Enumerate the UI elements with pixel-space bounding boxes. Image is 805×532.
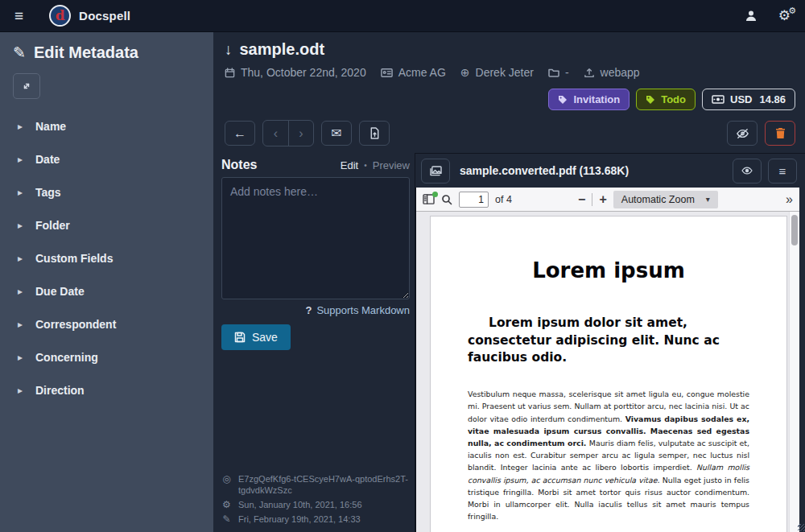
sidebar-item-direction[interactable]: ▸Direction <box>13 377 200 403</box>
item-title: sample.odt <box>240 40 325 59</box>
zoom-out-icon[interactable]: − <box>578 192 585 207</box>
item-concerning: ⊕ Derek Jeter <box>460 66 534 79</box>
tag-icon <box>646 95 655 105</box>
resize-handle[interactable] <box>798 524 805 531</box>
item-updated: Fri, February 19th, 2021, 14:33 <box>238 513 361 526</box>
previous-item-button[interactable]: ‹ <box>263 121 288 146</box>
back-button[interactable]: ← <box>225 121 255 146</box>
attachment-filename: sample.converted.pdf (113.68K) <box>460 164 629 177</box>
expand-arrows-icon <box>21 80 32 92</box>
pdf-toolbar: of 4 − + Automatic Zoom ▾ » <box>416 188 799 212</box>
notes-textarea[interactable] <box>221 177 410 299</box>
sidebar-item-tags[interactable]: ▸Tags <box>13 179 200 205</box>
pdf-more-tools-icon[interactable]: » <box>786 192 793 207</box>
tag-badge-invitation[interactable]: Invitation <box>548 89 630 110</box>
notes-edit-link[interactable]: Edit <box>341 159 358 171</box>
item-badges: Invitation Todo USD 14.86 <box>225 89 795 110</box>
zoom-in-icon[interactable]: + <box>599 192 606 207</box>
pdf-page-count: of 4 <box>495 194 512 205</box>
scrollbar-thumb[interactable] <box>791 215 798 245</box>
notification-dot <box>432 192 438 197</box>
sidebar-item-name[interactable]: ▸Name <box>13 113 200 139</box>
money-bill-icon <box>712 95 724 104</box>
chevron-right-icon: ▸ <box>18 319 24 330</box>
trash-icon <box>775 127 786 139</box>
pdf-subtitle: Lorem ipsum dolor sit amet, consectetur … <box>468 315 749 367</box>
unconfirm-button[interactable] <box>727 121 758 146</box>
sidebar-item-correspondent[interactable]: ▸Correspondent <box>13 311 200 337</box>
pager-button-group: ‹ › <box>262 120 314 146</box>
metadata-sections: ▸Name ▸Date ▸Tags ▸Folder ▸Custom Fields… <box>13 113 200 410</box>
add-files-button[interactable] <box>359 121 390 146</box>
expand-sidebar-button[interactable] <box>13 73 40 99</box>
tag-icon <box>558 95 568 105</box>
markdown-hint-link[interactable]: ? Supports Markdown <box>221 304 410 316</box>
attachment-menu-button[interactable]: ≡ <box>768 159 797 184</box>
sidebar-item-label: Folder <box>35 219 70 232</box>
attachment-view-button[interactable] <box>733 159 762 184</box>
pdf-title: Lorem ipsum <box>468 258 749 282</box>
sidebar-item-label: Concerning <box>35 351 98 364</box>
settings-gears-icon[interactable]: ⚙ ⚙ <box>778 9 791 23</box>
save-button[interactable]: Save <box>221 324 291 350</box>
delete-button[interactable] <box>765 121 795 146</box>
menu-icon[interactable]: ≡ <box>14 8 23 23</box>
bars-icon: ≡ <box>779 164 786 178</box>
pdf-scrollbar[interactable] <box>789 212 799 532</box>
sidebar-item-custom-fields[interactable]: ▸Custom Fields <box>13 245 200 271</box>
pencil-icon: ✎ <box>221 513 232 525</box>
notes-panel: Notes Edit • Preview ? Supports Markdown <box>213 153 415 532</box>
pdf-page: Lorem ipsum Lorem ipsum dolor sit amet, … <box>430 216 787 532</box>
chevron-right-icon: ▸ <box>18 385 24 396</box>
caret-left-icon: ‹ <box>274 126 278 141</box>
envelope-icon: ✉ <box>331 126 341 141</box>
docspell-logo[interactable]: d <box>49 5 71 27</box>
tag-badge-todo[interactable]: Todo <box>636 89 696 110</box>
next-item-button[interactable]: › <box>288 121 313 146</box>
sidebar-item-concerning[interactable]: ▸Concerning <box>13 344 200 370</box>
eye-slash-icon <box>736 128 749 139</box>
pdf-page-input[interactable] <box>459 192 489 208</box>
pdf-search-icon[interactable] <box>441 194 452 205</box>
chevron-right-icon: ▸ <box>18 352 24 363</box>
file-upload-icon <box>369 127 380 139</box>
item-folder: - <box>548 66 569 79</box>
item-created: Sun, January 10th, 2021, 16:56 <box>238 499 362 511</box>
bullseye-icon: ◎ <box>221 473 232 485</box>
caret-right-icon: › <box>299 126 303 141</box>
folder-icon <box>548 68 559 77</box>
user-icon[interactable] <box>745 10 758 23</box>
eye-icon <box>741 166 753 175</box>
edit-metadata-sidebar: ✎ Edit Metadata ▸Name ▸Date ▸Tags ▸Folde… <box>0 32 213 532</box>
chevron-right-icon: ▸ <box>18 253 24 264</box>
sidebar-item-folder[interactable]: ▸Folder <box>13 212 200 238</box>
attachment-select-button[interactable] <box>421 159 450 184</box>
pdf-paragraph: Vestibulum neque massa, scelerisque sit … <box>468 388 749 523</box>
upload-icon <box>584 68 595 78</box>
item-source: webapp <box>584 66 640 79</box>
notes-preview-link[interactable]: Preview <box>373 159 410 171</box>
send-mail-button[interactable]: ✉ <box>321 121 352 146</box>
sidebar-item-label: Date <box>35 153 60 166</box>
floppy-disk-icon <box>234 332 246 343</box>
dot-separator: • <box>364 161 367 170</box>
pencil-icon: ✎ <box>13 43 26 62</box>
pdf-zoom-select[interactable]: Automatic Zoom ▾ <box>613 191 718 208</box>
item-detail-main: ↓ sample.odt Thu, October 22nd, 2020 Acm… <box>213 32 805 532</box>
sidebar-item-due-date[interactable]: ▸Due Date <box>13 278 200 304</box>
pdf-sidebar-toggle-icon[interactable] <box>423 194 435 204</box>
question-icon: ? <box>305 304 312 316</box>
sidebar-item-label: Due Date <box>35 285 85 298</box>
toolbar-divider <box>592 193 592 206</box>
item-date: Thu, October 22nd, 2020 <box>225 66 366 79</box>
chevron-right-icon: ▸ <box>18 286 24 297</box>
sidebar-item-label: Direction <box>35 384 85 397</box>
sidebar-item-date[interactable]: ▸Date <box>13 146 200 172</box>
notes-title: Notes <box>221 158 257 172</box>
top-navbar: ≡ d Docspell ⚙ ⚙ <box>0 0 805 32</box>
id-card-icon <box>381 68 393 78</box>
custom-field-badge-usd[interactable]: USD 14.86 <box>702 89 795 110</box>
chevron-down-icon: ▾ <box>706 195 710 204</box>
item-correspondent: Acme AG <box>381 66 446 79</box>
docspell-app: ≡ d Docspell ⚙ ⚙ ✎ Edit Metadata <box>0 0 805 532</box>
